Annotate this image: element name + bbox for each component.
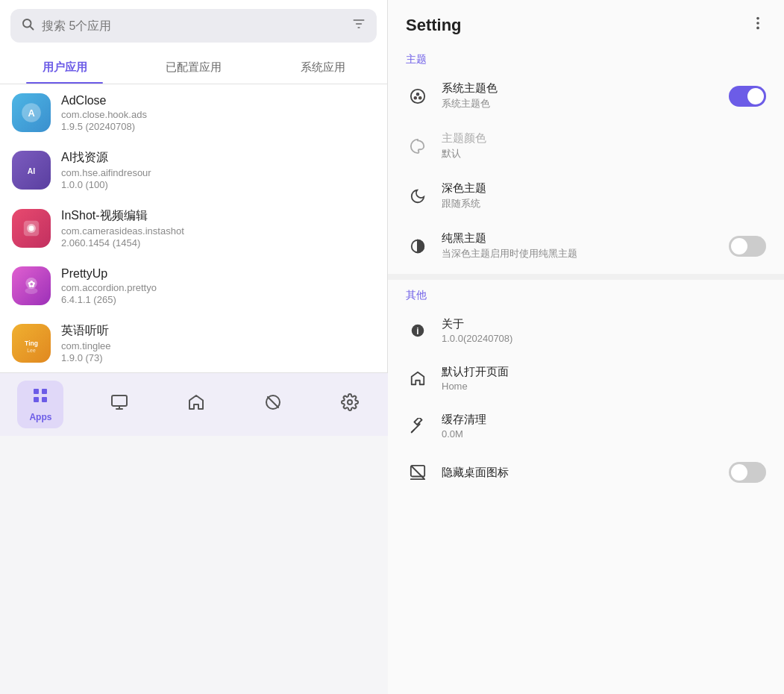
settings-nav-icon [341,393,359,416]
apps-icon [31,387,49,409]
app-package: com.tinglee [61,340,375,351]
app-version: 6.4.1.1 (265) [61,294,375,305]
info-icon: i [406,319,430,343]
svg-point-10 [29,226,34,231]
block-icon [264,393,282,416]
setting-item-system-theme[interactable]: 系统主题色 系统主题色 [388,71,784,121]
setting-text-default-page: 默认打开页面 Home [442,365,766,392]
svg-text:AI: AI [28,167,36,175]
search-input[interactable] [42,19,344,33]
setting-title: 系统主题色 [442,81,717,96]
app-package: com.camerasideas.instashot [61,225,375,237]
setting-text-theme-color: 主题颜色 默认 [442,131,766,160]
app-name: AdClose [61,94,375,107]
setting-title: 纯黑主题 [442,231,717,246]
tab-user-apps[interactable]: 用户应用 [0,51,129,84]
setting-text-system-theme: 系统主题色 系统主题色 [442,81,717,110]
list-item[interactable]: AI AI找资源 com.hse.aifindresour 1.0.0 (100… [0,141,387,199]
setting-item-dark-theme[interactable]: 深色主题 跟随系统 [388,171,784,221]
palette-icon [406,84,430,108]
home-nav-icon [187,393,205,416]
app-icon-tinglee: Ting Lee [12,324,51,363]
svg-point-28 [756,17,759,20]
nav-item-block[interactable] [252,387,294,422]
toggle-system-theme[interactable] [729,86,766,107]
svg-point-29 [756,22,759,25]
svg-point-32 [414,96,416,99]
svg-text:A: A [28,107,34,119]
list-item[interactable]: Ting Lee 英语听听 com.tinglee 1.9.0 (73) [0,314,387,372]
svg-point-27 [348,400,352,404]
app-version: 2.060.1454 (1454) [61,237,375,248]
toggle-hide-icon[interactable] [729,462,766,483]
svg-text:Ting: Ting [25,340,38,347]
svg-rect-21 [42,397,47,402]
setting-item-pure-black[interactable]: 纯黑主题 当深色主题启用时使用纯黑主题 [388,221,784,271]
bottom-nav: Apps [0,372,388,436]
tab-system-apps[interactable]: 系统应用 [258,51,387,84]
toggle-knob [747,88,764,104]
moon-icon [406,184,430,208]
app-version: 1.9.5 (20240708) [61,121,375,132]
contrast-icon [406,234,430,258]
settings-header: Setting [388,0,784,47]
home-icon [406,366,430,390]
setting-text-cache: 缓存清理 0.0M [442,413,766,440]
toggle-pure-black[interactable] [729,236,766,257]
svg-text:✿: ✿ [28,279,35,290]
app-package: com.accordion.prettyo [61,282,375,293]
app-icon-ai-resource: AI [12,151,51,190]
nav-item-settings[interactable] [329,387,371,422]
app-info-prettyup: PrettyUp com.accordion.prettyo 6.4.1.1 (… [61,267,375,305]
setting-item-default-page[interactable]: 默认打开页面 Home [388,354,784,402]
list-item[interactable]: ✿ PrettyUp com.accordion.prettyo 6.4.1.1… [0,257,387,314]
setting-item-about[interactable]: i 关于 1.0.0(20240708) [388,307,784,354]
setting-item-hide-icon[interactable]: 隐藏桌面图标 [388,450,784,495]
setting-subtitle: 跟随系统 [442,197,766,210]
tab-configured-apps[interactable]: 已配置应用 [129,51,258,84]
monitor-icon [110,393,128,416]
setting-subtitle: 系统主题色 [442,97,717,110]
section-label-other: 其他 [388,283,784,307]
setting-title: 深色主题 [442,181,766,196]
svg-rect-19 [42,389,47,394]
list-item[interactable]: InShot-视频编辑 com.camerasideas.instashot 2… [0,199,387,257]
app-name: PrettyUp [61,267,375,281]
app-icon-adclose: A [12,93,51,132]
setting-title: 关于 [442,317,766,331]
section-label-theme: 主题 [388,47,784,71]
nav-item-monitor[interactable] [98,387,140,422]
app-package: com.close.hook.ads [61,109,375,120]
nav-item-apps[interactable]: Apps [17,381,63,428]
more-options-icon[interactable] [750,15,766,35]
settings-panel: Setting 主题 系统主题色 [388,0,784,694]
app-tabs: 用户应用 已配置应用 系统应用 [0,51,387,84]
setting-subtitle: 默认 [442,147,766,160]
app-version: 1.9.0 (73) [61,352,375,363]
setting-item-theme-color[interactable]: 主题颜色 默认 [388,121,784,171]
setting-subtitle: 1.0.0(20240708) [442,333,766,344]
svg-rect-22 [112,396,127,406]
nav-label-apps: Apps [29,412,51,422]
setting-text-dark-theme: 深色主题 跟随系统 [442,181,766,210]
app-info-tinglee: 英语听听 com.tinglee 1.9.0 (73) [61,323,375,363]
app-info-adclose: AdClose com.close.hook.ads 1.9.5 (202407… [61,94,375,132]
svg-rect-18 [34,389,39,394]
app-info-ai-resource: AI找资源 com.hse.aifindresour 1.0.0 (100) [61,150,375,190]
svg-rect-20 [34,397,39,402]
filter-icon[interactable] [351,16,366,35]
settings-title: Setting [406,16,462,35]
svg-point-31 [411,89,424,102]
app-name: 英语听听 [61,323,375,339]
setting-item-cache[interactable]: 缓存清理 0.0M [388,402,784,450]
setting-title: 默认打开页面 [442,365,766,379]
setting-text-about: 关于 1.0.0(20240708) [442,317,766,344]
svg-point-30 [756,27,759,30]
toggle-knob [731,464,747,481]
nav-item-home[interactable] [175,387,217,422]
setting-subtitle: Home [442,381,766,392]
search-bar[interactable] [10,9,377,43]
setting-text-pure-black: 纯黑主题 当深色主题启用时使用纯黑主题 [442,231,717,260]
list-item[interactable]: A AdClose com.close.hook.ads 1.9.5 (2024… [0,84,387,141]
app-icon-inshot [12,209,51,248]
